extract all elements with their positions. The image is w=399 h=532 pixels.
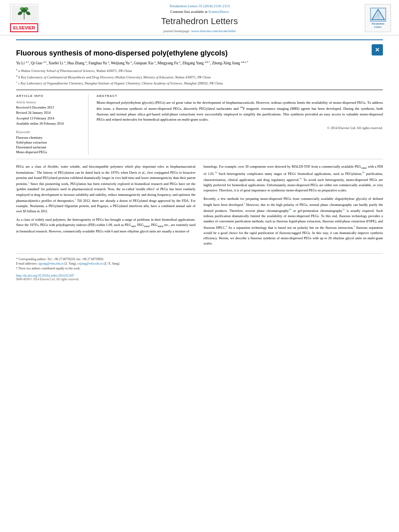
available-date: Available online 26 February 2014 (16, 121, 84, 127)
accepted-date: Accepted 13 February 2014 (16, 116, 84, 121)
corresponding-note: * Corresponding authors. Tel.: +86 27 68… (16, 257, 383, 261)
keywords-section: Keywords: Fluorous chemistry Solid-phase… (16, 130, 84, 154)
body-right-column: homologs. For example, over 30 component… (204, 164, 383, 249)
elsevier-logo: ELSEVIER (8, 4, 40, 28)
abstract-text: Mono-dispersed poly(ethylene glycols) (P… (97, 100, 383, 123)
keyword-4: Mono-dispersed PEGs (16, 150, 84, 154)
sd-text: Contents lists available at (171, 10, 208, 14)
journal-header: ELSEVIER Tetrahedron Letters 55 (2014) 2… (0, 0, 399, 35)
article-title: Fluorous synthesis of mono-dispersed pol… (16, 49, 368, 58)
body-para-4: Recently, a few methods for preparing mo… (204, 196, 383, 246)
email1-desc: (Z. Yang), (64, 262, 76, 265)
affiliation-c: c c Key Laboratory of Organofluorine Che… (16, 80, 383, 86)
keyword-3: Fluorinated surfactant (16, 145, 84, 149)
article-dates: Received 6 December 2013 Revised 24 Janu… (16, 105, 84, 127)
homepage-label: journal homepage: (163, 29, 190, 33)
abstract-panel: ABSTRACT Mono-dispersed poly(ethylene gl… (95, 94, 383, 155)
body-left-column: PEGs are a class of flexible, water solu… (16, 164, 195, 249)
email2-desc: (Z.-X. Jiang). (104, 262, 120, 265)
issn-line: 0040-4039/© 2014 Elsevier Ltd. All right… (16, 277, 383, 281)
header-divider (16, 39, 383, 40)
received-date: Received 6 December 2013 (16, 105, 84, 111)
revised-date: Revised 24 January 2014 (16, 110, 84, 116)
tetrahedron-letters-logo: TetrahedronLetters (365, 4, 391, 32)
history-label: Article history: (16, 100, 84, 104)
keywords-label: Keywords: (16, 130, 84, 134)
homepage-url[interactable]: www.elsevier.com/locate/tetlet (191, 29, 236, 33)
equal-note: † These two authors contributed equally … (16, 266, 383, 271)
body-para-2: As a class of widely used polymers, the … (16, 217, 195, 234)
journal-name: Tetrahedron Letters (8, 16, 391, 27)
keyword-2: Solid-phase extraction (16, 140, 84, 144)
article-info-heading: ARTICLE INFO (16, 94, 84, 98)
email1[interactable]: zgyang@whu.edu.cn (38, 262, 64, 265)
affiliation-a: a a Wuhan University School of Pharmaceu… (16, 68, 383, 74)
journal-reference: Tetrahedron Letters 55 (2014) 2110–2113 (8, 4, 391, 8)
article-main: Fluorous synthesis of mono-dispersed pol… (0, 35, 399, 285)
copyright: © 2014 Elsevier Ltd. All rights reserved… (97, 126, 383, 130)
body-para-1: PEGs are a class of flexible, water solu… (16, 164, 195, 214)
affiliations: a a Wuhan University School of Pharmaceu… (16, 68, 383, 86)
sciencedirect-link[interactable]: ScienceDirect (208, 10, 228, 14)
doi-link[interactable]: http://dx.doi.org/10.1016/j.tetlet.2014.… (16, 274, 74, 277)
sciencedirect-line: Contents lists available at ScienceDirec… (8, 10, 391, 14)
journal-homepage: journal homepage: www.elsevier.com/locat… (8, 29, 391, 33)
article-info-abstract-grid: ARTICLE INFO Article history: Received 6… (16, 90, 383, 159)
affiliation-b: b b Key Laboratory of Combinatorial Bios… (16, 74, 383, 80)
email-label: E-mail addresses: (16, 262, 37, 265)
email-line: E-mail addresses: zgyang@whu.edu.cn (Z. … (16, 261, 383, 266)
body-para-3: homologs. For example, over 30 component… (204, 164, 383, 193)
body-columns: PEGs are a class of flexible, water solu… (16, 164, 383, 249)
footnotes: * Corresponding authors. Tel.: +86 27 68… (16, 257, 383, 271)
article-info-panel: ARTICLE INFO Article history: Received 6… (16, 94, 88, 155)
footer-section: * Corresponding authors. Tel.: +86 27 68… (16, 253, 383, 281)
elsevier-brand-text: ELSEVIER (13, 25, 35, 30)
authors: Yu Li a,†, Qi Guo a,†, Xuefei Li a, Hua … (16, 60, 383, 66)
doi-line: http://dx.doi.org/10.1016/j.tetlet.2014.… (16, 273, 383, 277)
email2[interactable]: zxjiang@whu.edu.cn (77, 262, 103, 265)
abstract-heading: ABSTRACT (97, 94, 383, 98)
keyword-1: Fluorous chemistry (16, 136, 84, 140)
crossmark-icon[interactable]: ✕ (372, 44, 383, 55)
